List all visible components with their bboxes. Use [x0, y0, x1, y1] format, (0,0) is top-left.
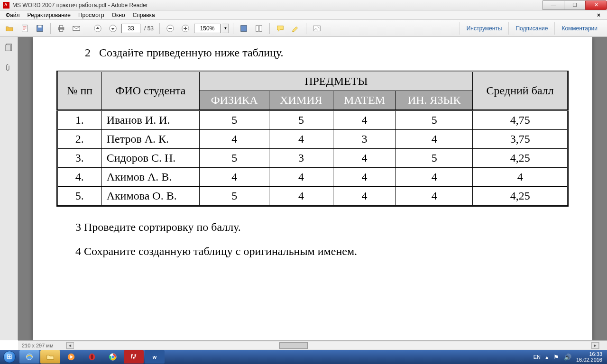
- language-indicator[interactable]: EN: [533, 354, 541, 360]
- email-button[interactable]: [70, 22, 83, 35]
- attachments-panel-button[interactable]: [2, 61, 16, 74]
- svg-rect-11: [241, 25, 247, 31]
- table-cell: 4: [333, 168, 395, 187]
- svg-rect-17: [5, 45, 10, 51]
- highlight-button[interactable]: [289, 22, 302, 35]
- page-down-button[interactable]: [106, 22, 120, 35]
- save-button[interactable]: [33, 22, 46, 35]
- horizontal-scrollbar[interactable]: ◄ ►: [66, 342, 600, 349]
- right-panel-tabs: Инструменты Подписание Комментарии: [460, 22, 604, 35]
- document-status-bar: 210 x 297 мм ◄ ►: [18, 340, 607, 350]
- pdf-page: 2 Создайте приведенную ниже таблицу. № п…: [33, 37, 592, 340]
- zoom-level-input[interactable]: 150%: [194, 24, 221, 33]
- app-icon: [3, 2, 9, 9]
- table-cell: 4,25: [473, 149, 568, 168]
- taskbar-mediaplayer-button[interactable]: [61, 350, 81, 364]
- tray-action-center-icon[interactable]: ⚑: [553, 354, 559, 361]
- minimize-button[interactable]: —: [543, 0, 564, 10]
- page-count-label: / 53: [142, 25, 156, 32]
- maximize-button[interactable]: ☐: [564, 0, 586, 10]
- sign-panel-button[interactable]: Подписание: [508, 22, 554, 35]
- svg-point-21: [91, 355, 93, 360]
- toolbar-separator: [306, 23, 306, 34]
- menu-help[interactable]: Справка: [129, 11, 159, 19]
- svg-rect-12: [256, 25, 258, 31]
- svg-rect-2: [38, 25, 41, 27]
- taskbar-opera-button[interactable]: [82, 350, 102, 364]
- table-cell: 5.: [57, 187, 102, 206]
- col-physics: ФИЗИКА: [200, 91, 269, 110]
- close-button[interactable]: ✕: [585, 0, 607, 10]
- tools-panel-button[interactable]: Инструменты: [460, 22, 509, 35]
- table-cell: 5: [200, 149, 269, 168]
- table-cell: 4: [269, 130, 333, 149]
- comment-button[interactable]: [274, 22, 287, 35]
- menu-edit[interactable]: Редактирование: [24, 11, 74, 19]
- toolbar-separator: [269, 23, 270, 34]
- taskbar-adobe-button[interactable]: [124, 350, 144, 364]
- table-cell: 4: [269, 187, 333, 206]
- menubar-close-icon[interactable]: ×: [593, 11, 604, 19]
- save-copy-button[interactable]: [237, 22, 250, 35]
- table-cell: Иванов И. И.: [101, 110, 200, 130]
- read-mode-button[interactable]: [310, 22, 323, 35]
- open-file-button[interactable]: [3, 22, 16, 35]
- table-cell: 4.: [57, 168, 102, 187]
- left-sidebar: [0, 37, 18, 340]
- table-row: 3.Сидоров С. Н.53454,25: [57, 149, 568, 168]
- menu-bar: Файл Редактирование Просмотр Окно Справк…: [0, 10, 607, 20]
- zoom-level-text: 150%: [200, 25, 215, 32]
- table-cell: 3: [333, 130, 395, 149]
- table-cell: 4: [396, 187, 473, 206]
- thumbnails-panel-button[interactable]: [2, 41, 16, 54]
- toolbar-separator: [159, 23, 160, 34]
- scroll-left-button[interactable]: ◄: [66, 342, 74, 349]
- table-cell: Акимова О. В.: [101, 187, 200, 206]
- zoom-out-button[interactable]: [164, 22, 177, 35]
- taskbar-chrome-button[interactable]: [103, 350, 123, 364]
- scroll-mode-button[interactable]: [252, 22, 266, 35]
- task-text: Создайте приведенную ниже таблицу.: [99, 46, 284, 59]
- menu-file[interactable]: Файл: [2, 11, 24, 19]
- col-average: Средний балл: [473, 72, 568, 110]
- table-cell: 5: [200, 110, 269, 130]
- table-cell: 4: [333, 149, 395, 168]
- tray-clock[interactable]: 16:33 16.02.2016: [576, 351, 602, 363]
- zoom-in-button[interactable]: [179, 22, 192, 35]
- toolbar: / 53 150% ▼ Инструменты Подписание Комме…: [0, 20, 607, 37]
- taskbar-word-button[interactable]: W: [145, 350, 165, 364]
- table-cell: 3.: [57, 149, 102, 168]
- page-up-button[interactable]: [91, 22, 104, 35]
- page-number-input[interactable]: [121, 24, 140, 33]
- tray-show-hidden-icon[interactable]: ▴: [545, 354, 549, 361]
- task-item-3: 3 Проведите сортировку по баллу.: [75, 221, 569, 234]
- svg-text:W: W: [153, 355, 157, 360]
- table-cell: 3,75: [473, 130, 568, 149]
- page-dimensions-label: 210 x 297 мм: [22, 343, 54, 348]
- table-cell: 2.: [57, 130, 102, 149]
- col-subjects-group: ПРЕДМЕТЫ: [200, 72, 473, 91]
- comments-panel-button[interactable]: Комментарии: [554, 22, 604, 35]
- tray-volume-icon[interactable]: 🔊: [564, 354, 571, 361]
- toolbar-separator: [50, 23, 51, 34]
- scrollbar-thumb[interactable]: [279, 342, 308, 349]
- document-viewport[interactable]: 2 Создайте приведенную ниже таблицу. № п…: [18, 37, 607, 340]
- table-row: 2.Петров А. К.44343,75: [57, 130, 568, 149]
- task-number: 2: [85, 46, 91, 59]
- table-row: 4.Акимов А. В.44444: [57, 168, 568, 187]
- table-cell: 4: [200, 130, 269, 149]
- table-cell: 5: [396, 110, 473, 130]
- menu-window[interactable]: Окно: [108, 11, 129, 19]
- taskbar-explorer-button[interactable]: [40, 350, 60, 364]
- zoom-dropdown-button[interactable]: ▼: [222, 24, 229, 33]
- table-cell: 1.: [57, 110, 102, 130]
- menu-view[interactable]: Просмотр: [74, 11, 108, 19]
- table-cell: 4,25: [473, 187, 568, 206]
- create-pdf-button[interactable]: [18, 22, 31, 35]
- scroll-right-button[interactable]: ►: [591, 342, 599, 349]
- table-cell: 4: [200, 168, 269, 187]
- print-button[interactable]: [55, 22, 68, 35]
- tray-date: 16.02.2016: [576, 357, 602, 363]
- taskbar-ie-button[interactable]: [19, 350, 39, 364]
- start-button[interactable]: [0, 350, 19, 364]
